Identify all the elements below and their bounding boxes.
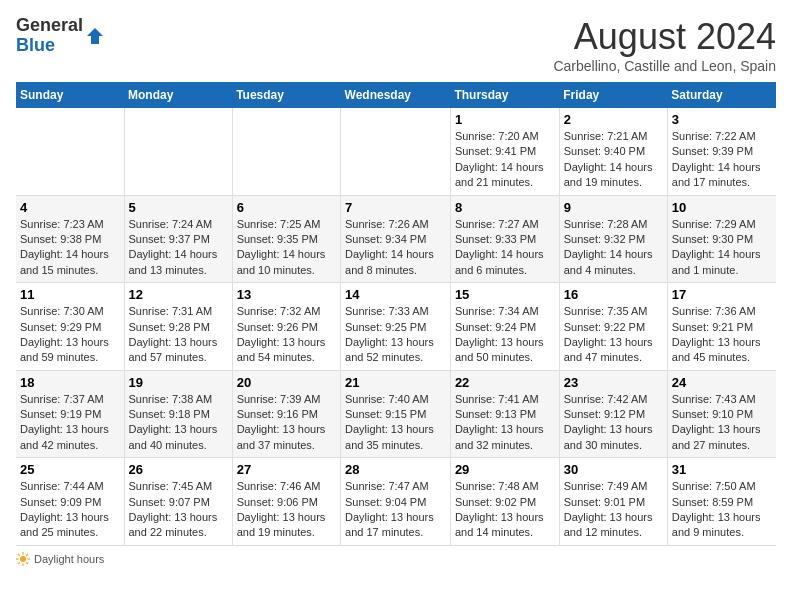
- day-number: 26: [129, 462, 228, 477]
- col-header-tuesday: Tuesday: [232, 82, 340, 108]
- calendar-cell: 31Sunrise: 7:50 AMSunset: 8:59 PMDayligh…: [667, 458, 776, 546]
- calendar-cell: 29Sunrise: 7:48 AMSunset: 9:02 PMDayligh…: [450, 458, 559, 546]
- day-info: Sunrise: 7:26 AMSunset: 9:34 PMDaylight:…: [345, 217, 446, 279]
- col-header-thursday: Thursday: [450, 82, 559, 108]
- logo-icon: [85, 26, 105, 46]
- day-number: 3: [672, 112, 772, 127]
- svg-line-6: [18, 554, 20, 556]
- day-info: Sunrise: 7:23 AMSunset: 9:38 PMDaylight:…: [20, 217, 120, 279]
- day-info: Sunrise: 7:39 AMSunset: 9:16 PMDaylight:…: [237, 392, 336, 454]
- col-header-sunday: Sunday: [16, 82, 124, 108]
- calendar-cell: 4Sunrise: 7:23 AMSunset: 9:38 PMDaylight…: [16, 195, 124, 283]
- calendar-cell: 16Sunrise: 7:35 AMSunset: 9:22 PMDayligh…: [559, 283, 667, 371]
- calendar-cell: 28Sunrise: 7:47 AMSunset: 9:04 PMDayligh…: [341, 458, 451, 546]
- day-number: 10: [672, 200, 772, 215]
- day-info: Sunrise: 7:33 AMSunset: 9:25 PMDaylight:…: [345, 304, 446, 366]
- calendar-cell: 24Sunrise: 7:43 AMSunset: 9:10 PMDayligh…: [667, 370, 776, 458]
- day-number: 9: [564, 200, 663, 215]
- calendar-week-row: 4Sunrise: 7:23 AMSunset: 9:38 PMDaylight…: [16, 195, 776, 283]
- calendar-cell: 18Sunrise: 7:37 AMSunset: 9:19 PMDayligh…: [16, 370, 124, 458]
- day-info: Sunrise: 7:27 AMSunset: 9:33 PMDaylight:…: [455, 217, 555, 279]
- day-number: 24: [672, 375, 772, 390]
- calendar-table: SundayMondayTuesdayWednesdayThursdayFrid…: [16, 82, 776, 546]
- day-info: Sunrise: 7:31 AMSunset: 9:28 PMDaylight:…: [129, 304, 228, 366]
- svg-point-1: [20, 556, 26, 562]
- day-number: 25: [20, 462, 120, 477]
- day-number: 15: [455, 287, 555, 302]
- svg-marker-0: [87, 28, 103, 44]
- calendar-cell: 11Sunrise: 7:30 AMSunset: 9:29 PMDayligh…: [16, 283, 124, 371]
- col-header-wednesday: Wednesday: [341, 82, 451, 108]
- month-title: August 2024: [553, 16, 776, 58]
- day-info: Sunrise: 7:45 AMSunset: 9:07 PMDaylight:…: [129, 479, 228, 541]
- day-info: Sunrise: 7:24 AMSunset: 9:37 PMDaylight:…: [129, 217, 228, 279]
- calendar-week-row: 25Sunrise: 7:44 AMSunset: 9:09 PMDayligh…: [16, 458, 776, 546]
- col-header-monday: Monday: [124, 82, 232, 108]
- logo-general: General: [16, 16, 83, 36]
- day-number: 4: [20, 200, 120, 215]
- calendar-cell: 25Sunrise: 7:44 AMSunset: 9:09 PMDayligh…: [16, 458, 124, 546]
- day-number: 20: [237, 375, 336, 390]
- calendar-cell: 15Sunrise: 7:34 AMSunset: 9:24 PMDayligh…: [450, 283, 559, 371]
- day-number: 14: [345, 287, 446, 302]
- calendar-cell: 10Sunrise: 7:29 AMSunset: 9:30 PMDayligh…: [667, 195, 776, 283]
- svg-line-7: [26, 562, 28, 564]
- day-number: 6: [237, 200, 336, 215]
- calendar-header-row: SundayMondayTuesdayWednesdayThursdayFrid…: [16, 82, 776, 108]
- day-info: Sunrise: 7:35 AMSunset: 9:22 PMDaylight:…: [564, 304, 663, 366]
- calendar-cell: 17Sunrise: 7:36 AMSunset: 9:21 PMDayligh…: [667, 283, 776, 371]
- calendar-week-row: 18Sunrise: 7:37 AMSunset: 9:19 PMDayligh…: [16, 370, 776, 458]
- day-number: 1: [455, 112, 555, 127]
- day-info: Sunrise: 7:44 AMSunset: 9:09 PMDaylight:…: [20, 479, 120, 541]
- day-info: Sunrise: 7:47 AMSunset: 9:04 PMDaylight:…: [345, 479, 446, 541]
- svg-line-8: [26, 554, 28, 556]
- calendar-footer: Daylight hours: [16, 552, 776, 566]
- calendar-cell: 6Sunrise: 7:25 AMSunset: 9:35 PMDaylight…: [232, 195, 340, 283]
- calendar-cell: 3Sunrise: 7:22 AMSunset: 9:39 PMDaylight…: [667, 108, 776, 195]
- day-info: Sunrise: 7:37 AMSunset: 9:19 PMDaylight:…: [20, 392, 120, 454]
- day-info: Sunrise: 7:32 AMSunset: 9:26 PMDaylight:…: [237, 304, 336, 366]
- sun-icon: [16, 552, 30, 566]
- page-header: General Blue August 2024 Carbellino, Cas…: [16, 16, 776, 74]
- day-info: Sunrise: 7:43 AMSunset: 9:10 PMDaylight:…: [672, 392, 772, 454]
- day-number: 23: [564, 375, 663, 390]
- col-header-saturday: Saturday: [667, 82, 776, 108]
- location-title: Carbellino, Castille and Leon, Spain: [553, 58, 776, 74]
- calendar-cell: [16, 108, 124, 195]
- col-header-friday: Friday: [559, 82, 667, 108]
- day-number: 29: [455, 462, 555, 477]
- day-info: Sunrise: 7:42 AMSunset: 9:12 PMDaylight:…: [564, 392, 663, 454]
- day-number: 7: [345, 200, 446, 215]
- calendar-cell: 5Sunrise: 7:24 AMSunset: 9:37 PMDaylight…: [124, 195, 232, 283]
- day-number: 17: [672, 287, 772, 302]
- day-info: Sunrise: 7:28 AMSunset: 9:32 PMDaylight:…: [564, 217, 663, 279]
- day-info: Sunrise: 7:41 AMSunset: 9:13 PMDaylight:…: [455, 392, 555, 454]
- calendar-cell: 30Sunrise: 7:49 AMSunset: 9:01 PMDayligh…: [559, 458, 667, 546]
- day-info: Sunrise: 7:21 AMSunset: 9:40 PMDaylight:…: [564, 129, 663, 191]
- svg-line-9: [18, 562, 20, 564]
- day-info: Sunrise: 7:29 AMSunset: 9:30 PMDaylight:…: [672, 217, 772, 279]
- day-number: 5: [129, 200, 228, 215]
- day-number: 19: [129, 375, 228, 390]
- day-number: 31: [672, 462, 772, 477]
- logo: General Blue: [16, 16, 105, 56]
- day-number: 8: [455, 200, 555, 215]
- day-number: 18: [20, 375, 120, 390]
- day-number: 28: [345, 462, 446, 477]
- calendar-cell: 23Sunrise: 7:42 AMSunset: 9:12 PMDayligh…: [559, 370, 667, 458]
- calendar-cell: [341, 108, 451, 195]
- calendar-cell: 2Sunrise: 7:21 AMSunset: 9:40 PMDaylight…: [559, 108, 667, 195]
- calendar-cell: 22Sunrise: 7:41 AMSunset: 9:13 PMDayligh…: [450, 370, 559, 458]
- daylight-label: Daylight hours: [34, 553, 104, 565]
- calendar-cell: [124, 108, 232, 195]
- calendar-cell: 20Sunrise: 7:39 AMSunset: 9:16 PMDayligh…: [232, 370, 340, 458]
- calendar-cell: 12Sunrise: 7:31 AMSunset: 9:28 PMDayligh…: [124, 283, 232, 371]
- day-info: Sunrise: 7:34 AMSunset: 9:24 PMDaylight:…: [455, 304, 555, 366]
- day-info: Sunrise: 7:20 AMSunset: 9:41 PMDaylight:…: [455, 129, 555, 191]
- day-number: 11: [20, 287, 120, 302]
- day-number: 21: [345, 375, 446, 390]
- day-number: 30: [564, 462, 663, 477]
- calendar-cell: 26Sunrise: 7:45 AMSunset: 9:07 PMDayligh…: [124, 458, 232, 546]
- day-info: Sunrise: 7:22 AMSunset: 9:39 PMDaylight:…: [672, 129, 772, 191]
- day-info: Sunrise: 7:46 AMSunset: 9:06 PMDaylight:…: [237, 479, 336, 541]
